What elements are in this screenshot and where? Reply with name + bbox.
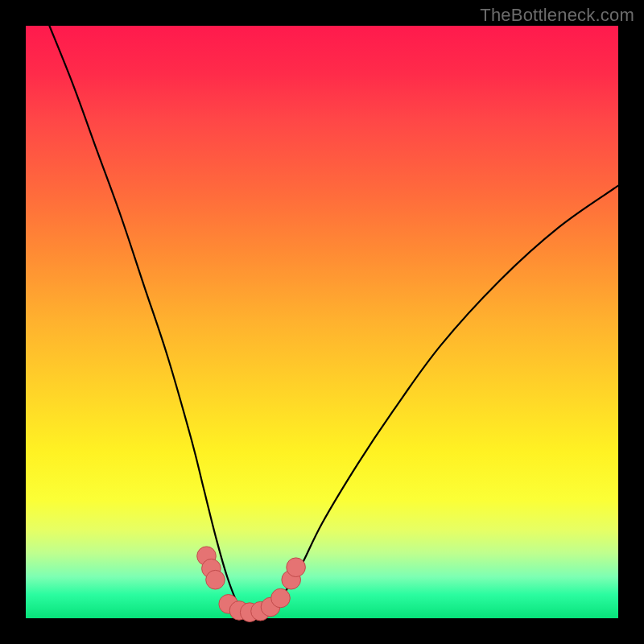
- bottleneck-markers: [197, 547, 306, 621]
- curve-marker: [271, 588, 291, 608]
- curve-marker: [287, 558, 306, 577]
- bottleneck-curve-path: [49, 26, 618, 620]
- curve-marker: [206, 570, 225, 589]
- chart-frame: TheBottleneck.com: [0, 0, 644, 644]
- bottleneck-curve-svg: [26, 26, 618, 618]
- watermark-text: TheBottleneck.com: [480, 5, 634, 26]
- plot-area: [26, 26, 618, 618]
